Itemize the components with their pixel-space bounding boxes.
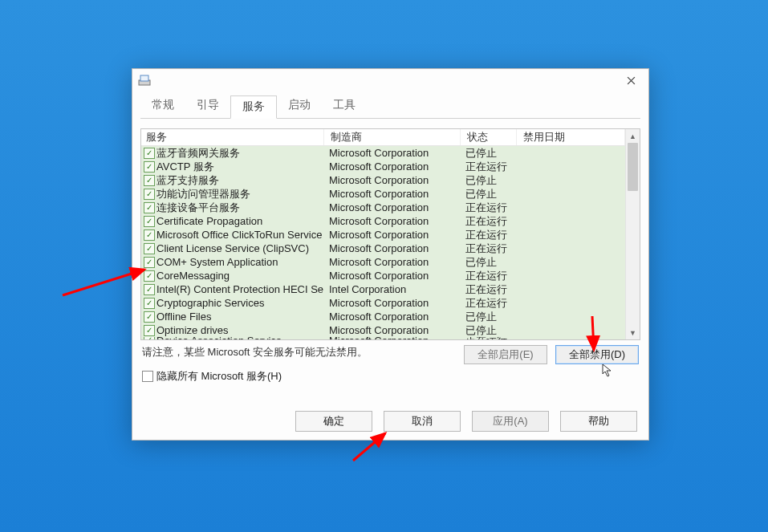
col-manufacturer[interactable]: 制造商 <box>324 129 461 145</box>
col-status[interactable]: 状态 <box>461 129 517 145</box>
ok-button[interactable]: 确定 <box>295 411 372 432</box>
service-status: 正在运行 <box>461 228 517 242</box>
service-manufacturer: Microsoft Corporation <box>324 229 461 241</box>
tab-boot[interactable]: 引导 <box>185 95 230 118</box>
close-button[interactable] <box>614 69 648 91</box>
table-row[interactable]: ✓功能访问管理器服务Microsoft Corporation已停止 <box>141 187 625 201</box>
service-status: 正在运行 <box>461 201 517 215</box>
service-status: 正在运行 <box>461 296 517 311</box>
table-row[interactable]: ✓Microsoft Office ClickToRun ServiceMicr… <box>141 228 625 242</box>
hide-ms-row: 隐藏所有 Microsoft 服务(H) <box>142 369 639 384</box>
help-button[interactable]: 帮助 <box>560 411 637 432</box>
service-name: Intel(R) Content Protection HECI Se... <box>156 283 324 295</box>
hide-ms-checkbox[interactable] <box>142 371 153 382</box>
row-checkbox[interactable]: ✓ <box>144 325 155 336</box>
tab-content: 服务 制造商 状态 禁用日期 ✓蓝牙音频网关服务Microsoft Corpor… <box>140 118 640 433</box>
service-name: Certificate Propagation <box>156 215 262 227</box>
row-checkbox[interactable]: ✓ <box>144 161 155 173</box>
service-status: 已停止 <box>461 310 517 324</box>
table-row[interactable]: ✓CoreMessagingMicrosoft Corporation正在运行 <box>141 269 625 282</box>
row-checkbox[interactable]: ✓ <box>144 270 155 282</box>
service-manufacturer: Microsoft Corporation <box>324 311 461 323</box>
table-row[interactable]: ✓Certificate PropagationMicrosoft Corpor… <box>141 214 625 228</box>
service-status: 已停止 <box>461 187 517 201</box>
service-manufacturer: Microsoft Corporation <box>324 201 461 213</box>
dialog-buttons: 确定 取消 应用(A) 帮助 <box>132 411 648 432</box>
svg-rect-1 <box>140 75 148 81</box>
scroll-thumb[interactable] <box>628 143 638 191</box>
col-disable-date[interactable]: 禁用日期 <box>517 129 625 145</box>
table-row[interactable]: ✓连接设备平台服务Microsoft Corporation正在运行 <box>141 201 625 214</box>
table-row[interactable]: ✓COM+ System ApplicationMicrosoft Corpor… <box>141 255 625 269</box>
scroll-up-icon[interactable]: ▲ <box>626 129 640 143</box>
service-manufacturer: Microsoft Corporation <box>324 270 461 282</box>
table-row[interactable]: ✓Client License Service (ClipSVC)Microso… <box>141 242 625 255</box>
app-icon <box>137 73 152 87</box>
service-name: 连接设备平台服务 <box>156 201 240 215</box>
table-row[interactable]: ✓AVCTP 服务Microsoft Corporation正在运行 <box>141 160 625 173</box>
hide-ms-label: 隐藏所有 Microsoft 服务(H) <box>156 369 282 384</box>
disable-all-button[interactable]: 全部禁用(D) <box>555 345 639 364</box>
row-checkbox[interactable]: ✓ <box>144 175 155 186</box>
service-name: Offline Files <box>156 311 211 323</box>
tab-tools[interactable]: 工具 <box>322 95 367 118</box>
row-checkbox[interactable]: ✓ <box>144 229 155 241</box>
service-manufacturer: Microsoft Corporation <box>324 337 461 339</box>
service-name: Client License Service (ClipSVC) <box>156 242 309 254</box>
table-row[interactable]: ✓Optimize drivesMicrosoft Corporation已停止 <box>141 323 625 337</box>
col-service[interactable]: 服务 <box>141 129 324 145</box>
row-checkbox[interactable]: ✓ <box>144 202 155 213</box>
service-status: 正在运行 <box>461 337 517 339</box>
service-status: 已停止 <box>461 173 517 188</box>
scrollbar[interactable]: ▲ ▼ <box>625 129 640 339</box>
services-list: 服务 制造商 状态 禁用日期 ✓蓝牙音频网关服务Microsoft Corpor… <box>140 128 640 340</box>
column-headers: 服务 制造商 状态 禁用日期 <box>141 129 625 146</box>
tab-general[interactable]: 常规 <box>140 95 185 118</box>
row-checkbox[interactable]: ✓ <box>144 189 155 200</box>
close-icon <box>627 76 636 85</box>
table-row[interactable]: ✓Device Association ServiceMicrosoft Cor… <box>141 337 625 339</box>
service-name: Optimize drives <box>156 324 229 336</box>
row-checkbox[interactable]: ✓ <box>144 257 155 268</box>
service-manufacturer: Intel Corporation <box>324 283 461 295</box>
service-name: Cryptographic Services <box>156 297 264 309</box>
row-checkbox[interactable]: ✓ <box>144 311 155 323</box>
table-row[interactable]: ✓蓝牙音频网关服务Microsoft Corporation已停止 <box>141 146 625 160</box>
service-manufacturer: Microsoft Corporation <box>324 256 461 268</box>
row-checkbox[interactable]: ✓ <box>144 298 155 309</box>
service-status: 正在运行 <box>461 282 517 297</box>
service-status: 正在运行 <box>461 214 517 229</box>
service-manufacturer: Microsoft Corporation <box>324 297 461 309</box>
apply-button[interactable]: 应用(A) <box>472 411 549 432</box>
table-row[interactable]: ✓蓝牙支持服务Microsoft Corporation已停止 <box>141 173 625 187</box>
table-row[interactable]: ✓Offline FilesMicrosoft Corporation已停止 <box>141 310 625 323</box>
service-manufacturer: Microsoft Corporation <box>324 188 461 200</box>
scroll-down-icon[interactable]: ▼ <box>626 326 640 339</box>
service-manufacturer: Microsoft Corporation <box>324 242 461 254</box>
service-status: 正在运行 <box>461 160 517 174</box>
row-checkbox[interactable]: ✓ <box>144 337 155 339</box>
service-name: CoreMessaging <box>156 270 230 282</box>
service-manufacturer: Microsoft Corporation <box>324 324 461 336</box>
enable-all-button[interactable]: 全部启用(E) <box>464 345 547 364</box>
tab-startup[interactable]: 启动 <box>277 95 322 118</box>
tab-services[interactable]: 服务 <box>230 95 277 119</box>
service-name: 蓝牙支持服务 <box>156 173 219 188</box>
row-checkbox[interactable]: ✓ <box>144 284 155 295</box>
tabbar: 常规 引导 服务 启动 工具 <box>132 91 648 118</box>
service-status: 已停止 <box>461 255 517 270</box>
row-checkbox[interactable]: ✓ <box>144 216 155 227</box>
service-manufacturer: Microsoft Corporation <box>324 174 461 186</box>
service-name: 功能访问管理器服务 <box>156 187 250 201</box>
cancel-button[interactable]: 取消 <box>384 411 461 432</box>
service-status: 正在运行 <box>461 242 517 256</box>
note-text: 请注意，某些 Microsoft 安全服务可能无法禁用。 <box>142 345 368 359</box>
table-row[interactable]: ✓Intel(R) Content Protection HECI Se...I… <box>141 282 625 296</box>
service-status: 正在运行 <box>461 269 517 283</box>
msconfig-window: 常规 引导 服务 启动 工具 服务 制造商 状态 禁用日期 ✓蓝牙音频网关服务M… <box>132 68 649 441</box>
row-checkbox[interactable]: ✓ <box>144 148 155 159</box>
row-checkbox[interactable]: ✓ <box>144 243 155 254</box>
table-row[interactable]: ✓Cryptographic ServicesMicrosoft Corpora… <box>141 296 625 310</box>
service-manufacturer: Microsoft Corporation <box>324 215 461 227</box>
service-status: 已停止 <box>461 146 517 160</box>
